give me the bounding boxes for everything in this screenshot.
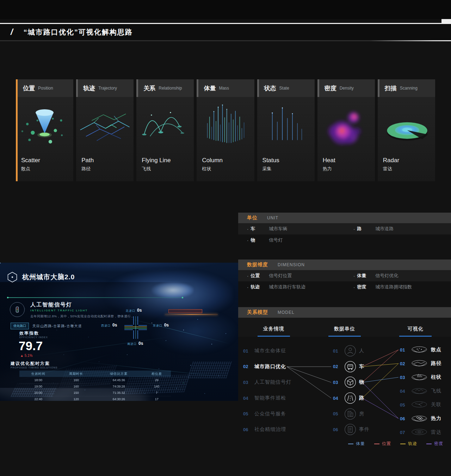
- item-number: 05: [243, 411, 252, 416]
- card-scanning: 扫描 Scanning Radar: [378, 79, 435, 181]
- business-list: 01城市生命体征 02城市路口优化 03人工智能信号灯 04智能事件巡检 05公…: [243, 343, 291, 438]
- item-label: 飞线: [431, 388, 441, 394]
- unit-item-object: · 物 信号灯: [238, 237, 345, 243]
- card-title-en: State: [279, 86, 289, 91]
- item-number: 01: [333, 348, 341, 354]
- unit-item-car: · 车 城市车辆: [238, 226, 345, 232]
- unit-value: 信号灯: [269, 237, 283, 243]
- item-label: 智能事件巡检: [254, 395, 286, 401]
- slash-mark: /: [11, 27, 13, 37]
- plan-title: 建议优化配时方案: [11, 361, 50, 367]
- stat-label: 南进口: [127, 342, 137, 346]
- page: / “城市路口优化”可视化解构思路 位置 Position: [0, 0, 451, 476]
- table-cell: 7: [142, 390, 171, 396]
- dimension-panel-rows: · 位置 信号灯位置 · 体量 信号灯优化 · 轨迹 城市道路行车轨迹 · 密度…: [238, 270, 451, 293]
- table-cell: 20:00: [19, 390, 57, 396]
- dimension-item-position: · 位置 信号灯位置: [238, 273, 345, 279]
- dimension-panel-title-en: DIMENSION: [278, 262, 305, 267]
- item-number: 05: [400, 402, 408, 408]
- item-label: 物: [359, 379, 364, 385]
- card-name-zh: 路径: [81, 166, 134, 172]
- intersection-stat-east: 东进口0s: [153, 323, 169, 328]
- card-title-en: Position: [38, 86, 53, 91]
- card-name-zh: 热力: [323, 166, 375, 172]
- dimension-value: 城市道路行车轨迹: [269, 284, 305, 290]
- unit-item-object: 03 物: [333, 374, 370, 390]
- column-illustration: [197, 97, 254, 157]
- scatter-illustration: [16, 97, 73, 157]
- item-label: 路径: [431, 360, 441, 367]
- card-title-en: Relationship: [159, 86, 182, 91]
- unit-key: 物: [251, 237, 269, 243]
- table-cell: 29: [142, 377, 171, 383]
- intersection-widget: 北进口0s 西进口0s 东进口0s 南进口0s: [104, 308, 167, 347]
- visual-item-flyline: 04 飞线: [400, 384, 441, 398]
- table-cell: 74:39:28: [95, 383, 142, 390]
- data-unit-list: 01 人 02 车 03 物 04 路 05 房 06: [333, 343, 370, 438]
- dimension-key: 位置: [251, 273, 269, 279]
- card-trajectory-header: 轨迹 Trajectory: [76, 79, 134, 97]
- item-number: 04: [400, 389, 408, 394]
- tab-visualization[interactable]: 可视化: [380, 318, 451, 337]
- item-label: 路: [359, 395, 364, 401]
- tab-data-unit[interactable]: 数据单位: [309, 318, 380, 337]
- stat-value: 0s: [164, 323, 169, 328]
- path-dish-icon: [411, 360, 427, 367]
- table-cell: 22:40: [19, 396, 57, 401]
- business-item: 01城市生命体征: [243, 343, 291, 359]
- table-header: 相位差: [142, 371, 171, 377]
- stat-label: 东进口: [153, 324, 162, 328]
- junction-badge: 优化路口: [11, 323, 29, 329]
- plan-subtitle: PROPOSED TIMING SOLUTIONS: [11, 366, 57, 369]
- table-cell: 64:45:36: [95, 377, 142, 383]
- card-name-en: Status: [262, 157, 315, 164]
- card-title-zh: 密度: [325, 84, 336, 92]
- unit-item-road: · 路 城市道路: [345, 226, 451, 232]
- event-icon: [344, 423, 356, 435]
- item-number: 06: [333, 427, 341, 432]
- map-city-lights: [0, 263, 1, 263]
- dimension-value: 信号灯优化: [375, 273, 398, 279]
- flyline-dish-icon: [411, 387, 427, 395]
- model-panel-title-en: MODEL: [278, 310, 295, 315]
- unit-key: 路: [357, 226, 375, 232]
- item-label: 人工智能信号灯: [254, 379, 291, 385]
- card-name-en: Heat: [323, 157, 375, 164]
- heat-illustration: [317, 97, 375, 157]
- legend-label: 轨迹: [408, 441, 417, 447]
- legend-mass: 体量: [348, 441, 365, 447]
- unit-value: 城市车辆: [269, 226, 287, 232]
- item-label: 柱状: [431, 374, 441, 380]
- unit-row: · 物 信号灯: [238, 234, 451, 246]
- unit-item-event: 06 事件: [333, 422, 370, 438]
- card-position: 位置 Position: [16, 79, 73, 181]
- business-item: 05公众信号服务: [243, 406, 291, 422]
- stat-value: 0s: [112, 323, 117, 328]
- table-row: 22:4012064:30:2617: [19, 396, 171, 401]
- card-state-header: 状态 State: [257, 79, 315, 97]
- dimension-key: 轨迹: [251, 284, 269, 290]
- item-label: 车: [359, 364, 364, 370]
- table-cell: 19:00: [19, 383, 57, 390]
- tab-business-context[interactable]: 业务情境: [238, 318, 309, 337]
- tab-label: 可视化: [408, 326, 424, 332]
- traffic-light-icon: [10, 302, 25, 317]
- intersection-stat-south: 南进口0s: [127, 341, 143, 346]
- card-name-zh: 飞线: [142, 166, 194, 172]
- cube-icon: [344, 376, 356, 388]
- hud-divider: [7, 297, 183, 298]
- efficiency-label-en: EFFICIENCY INDEX: [19, 336, 48, 338]
- table-cell: 17: [142, 396, 171, 401]
- table-row: 20:0015071:35:327: [19, 390, 171, 396]
- unit-item-building: 05 房: [333, 406, 370, 422]
- card-title-en: Trajectory: [98, 86, 117, 91]
- card-title-zh: 轨迹: [83, 84, 95, 92]
- card-name-en: Column: [202, 157, 254, 164]
- legend-density: 密度: [426, 441, 443, 447]
- title-bar: / “城市路口优化”可视化解构思路: [0, 24, 451, 40]
- radar-dish-icon: [411, 428, 427, 436]
- unit-key: 车: [251, 226, 269, 232]
- card-title-zh: 关系: [143, 84, 155, 92]
- item-number: 03: [333, 380, 341, 385]
- efficiency-delta: ▲ 5.1%: [20, 354, 32, 358]
